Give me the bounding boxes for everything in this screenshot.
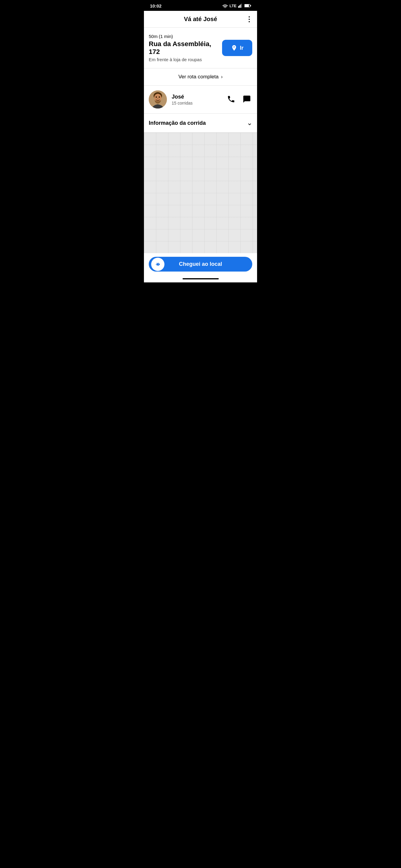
ride-info-title: Informação da corrida (149, 120, 206, 126)
arrived-button[interactable]: Cheguei ao local (149, 257, 252, 272)
nav-info: 50m (1 min) Rua da Assembléia, 172 Em fr… (149, 34, 217, 62)
more-options-button[interactable] (246, 14, 252, 25)
nav-distance: 50m (1 min) (149, 34, 217, 39)
chat-icon (242, 95, 251, 103)
menu-dot-3 (249, 21, 250, 22)
driver-actions (226, 94, 252, 105)
svg-rect-0 (238, 6, 239, 7)
home-indicator (144, 275, 257, 282)
arrow-circle (151, 258, 165, 271)
ride-info-section[interactable]: Informação da corrida ⌄ (144, 114, 257, 133)
view-route-link[interactable]: Ver rota completa › (144, 68, 257, 86)
view-route-text: Ver rota completa (178, 74, 219, 80)
driver-avatar (149, 90, 167, 108)
call-button[interactable] (226, 94, 236, 105)
driver-trips: 15 corridas (172, 101, 221, 105)
network-type: LTE (229, 4, 236, 8)
nav-street: Rua da Assembléia, 172 (149, 40, 217, 56)
svg-point-12 (157, 98, 159, 99)
status-bar: 10:02 LTE (144, 0, 257, 11)
svg-point-11 (159, 96, 160, 98)
svg-point-10 (156, 96, 157, 98)
arrow-right-icon (155, 261, 161, 267)
header: Vá até José (144, 11, 257, 28)
menu-dot-2 (249, 19, 250, 20)
signal-icon (238, 4, 243, 8)
driver-info: José 15 corridas (172, 94, 221, 105)
home-bar (182, 278, 219, 279)
status-time: 10:02 (150, 3, 162, 8)
svg-rect-2 (240, 4, 241, 8)
battery-icon (245, 4, 251, 8)
chevron-right-icon: › (221, 74, 222, 80)
svg-rect-3 (241, 4, 242, 7)
arrived-button-label: Cheguei ao local (155, 261, 246, 267)
driver-name: José (172, 94, 221, 100)
svg-rect-6 (251, 5, 251, 7)
navigate-icon (231, 44, 237, 51)
menu-dot-1 (249, 16, 250, 18)
svg-rect-1 (239, 5, 240, 8)
chevron-down-icon: ⌄ (247, 119, 252, 127)
go-button[interactable]: Ir (222, 40, 252, 56)
nav-landmark: Em frente à loja de roupas (149, 57, 217, 62)
map-view[interactable] (144, 133, 257, 253)
wifi-icon (222, 4, 228, 8)
page-title: Vá até José (184, 16, 217, 23)
driver-card: José 15 corridas (144, 86, 257, 114)
navigation-card: 50m (1 min) Rua da Assembléia, 172 Em fr… (144, 28, 257, 68)
phone-icon (227, 95, 235, 103)
svg-rect-5 (245, 4, 249, 7)
go-button-label: Ir (240, 45, 244, 51)
message-button[interactable] (241, 94, 252, 105)
status-icons: LTE (222, 4, 251, 8)
